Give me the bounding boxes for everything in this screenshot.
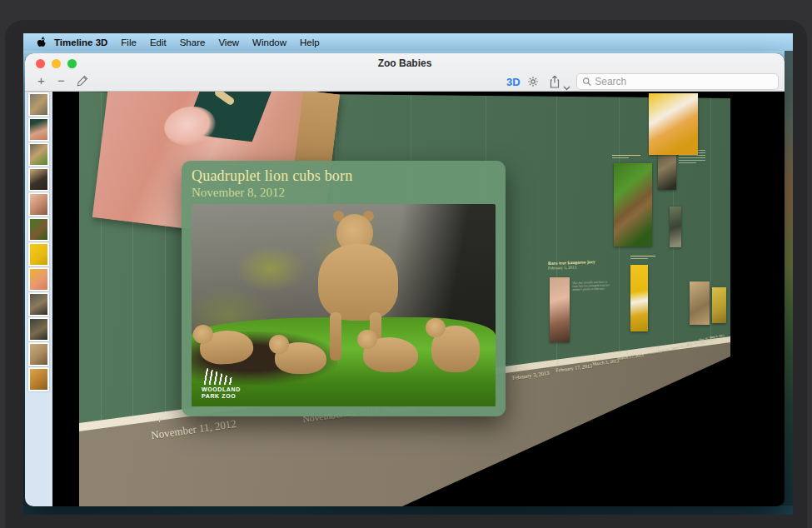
thumbnail-lion-cubs-grass[interactable] [28, 142, 49, 167]
wall-event-title-lines [630, 256, 655, 261]
app-window: Zoo Babies + − 3D [25, 53, 785, 506]
thumbnail-anteater-on-sand[interactable] [28, 342, 49, 366]
photo-lion-cub [275, 342, 326, 374]
menu-item-window[interactable]: Window [252, 37, 286, 47]
event-date: November 8, 2012 [192, 186, 496, 200]
thumbnail-gazelle-with-keeper[interactable] [28, 317, 49, 341]
settings-gear-icon[interactable] [526, 75, 540, 92]
traffic-lights [36, 59, 77, 68]
desktop-wallpaper-bottom [23, 506, 793, 515]
search-icon [582, 77, 591, 87]
photo-lion-cub [363, 337, 418, 372]
menu-app-name[interactable]: Timeline 3D [54, 37, 107, 47]
menu-bar: Timeline 3D File Edit Share View Window … [23, 33, 793, 51]
thumbnail-sidebar [25, 92, 52, 506]
wall-event-photo-small[interactable] [670, 207, 681, 247]
zoo-logo-line1: WOODLAND [202, 386, 241, 393]
share-icon[interactable] [548, 75, 561, 92]
event-photo-lion-cubs: WOODLAND PARK ZOO [192, 204, 496, 406]
window-content: November 11, 2012 November 25, 2012 Dece… [25, 92, 785, 506]
close-button[interactable] [36, 59, 45, 68]
display-bezel: Timeline 3D File Edit Share View Window … [0, 0, 812, 528]
desktop: Timeline 3D File Edit Share View Window … [23, 33, 793, 515]
thumbnail-tapir-nursing[interactable] [28, 192, 49, 217]
menu-item-view[interactable]: View [218, 37, 239, 47]
thumbnail-kangaroo-hand-feeding[interactable] [28, 117, 49, 142]
zoom-button[interactable] [67, 59, 77, 68]
featured-event-card[interactable]: Quadruplet lion cubs born November 8, 20… [182, 161, 506, 416]
apple-menu-icon[interactable] [35, 36, 46, 48]
wall-event-photo-on-yellow[interactable] [630, 265, 648, 331]
view-mode-3d-button[interactable]: 3D [506, 76, 521, 88]
thumbnail-piglet-snout[interactable] [28, 267, 49, 291]
search-field[interactable] [576, 73, 779, 90]
wall-event-photo-near-base[interactable] [690, 281, 710, 325]
window-header: Zoo Babies + − 3D [25, 53, 785, 92]
remove-event-button[interactable]: − [57, 73, 65, 88]
wall-event-photo-yellow-top[interactable] [649, 93, 698, 155]
thumbnail-tiger-cubs-on-log[interactable] [28, 217, 49, 242]
thumbnail-giraffe-calf[interactable] [28, 367, 49, 391]
wall-event-photo-kangaroo-joey[interactable] [550, 277, 570, 342]
edit-pencil-icon[interactable] [77, 74, 89, 91]
event-title: Quadruplet lion cubs born [192, 167, 496, 185]
woodland-park-zoo-logo: WOODLAND PARK ZOO [202, 368, 241, 400]
add-event-button[interactable]: + [37, 73, 45, 88]
zebra-stripes-icon [202, 368, 233, 385]
menu-item-help[interactable]: Help [300, 37, 320, 47]
thumbnail-sloth-bear-cubs[interactable] [28, 167, 49, 192]
wall-event-caption: This joey actually was born in June, but… [572, 280, 614, 291]
thumbnail-animal-on-yellow[interactable] [28, 242, 49, 266]
menu-item-edit[interactable]: Edit [150, 37, 167, 47]
minimize-button[interactable] [52, 59, 61, 68]
wall-event-photo-tiger-cubs-log[interactable] [614, 163, 652, 247]
photo-lion-cub [431, 326, 480, 372]
menu-item-file[interactable]: File [121, 37, 137, 47]
wall-event-title-lines [612, 155, 640, 160]
thumbnail-lion-cubs-on-rock[interactable] [28, 92, 49, 117]
timeline-3d-scene[interactable]: November 11, 2012 November 25, 2012 Dece… [52, 92, 785, 506]
wall-event-photo-near-base[interactable] [712, 287, 726, 323]
desktop-wallpaper-right [785, 33, 793, 515]
search-input[interactable] [595, 76, 773, 87]
window-title: Zoo Babies [25, 57, 785, 69]
menu-item-share[interactable]: Share [180, 37, 206, 47]
thumbnail-meerkat-group[interactable] [28, 292, 49, 316]
zoo-logo-line2: PARK ZOO [202, 393, 241, 400]
